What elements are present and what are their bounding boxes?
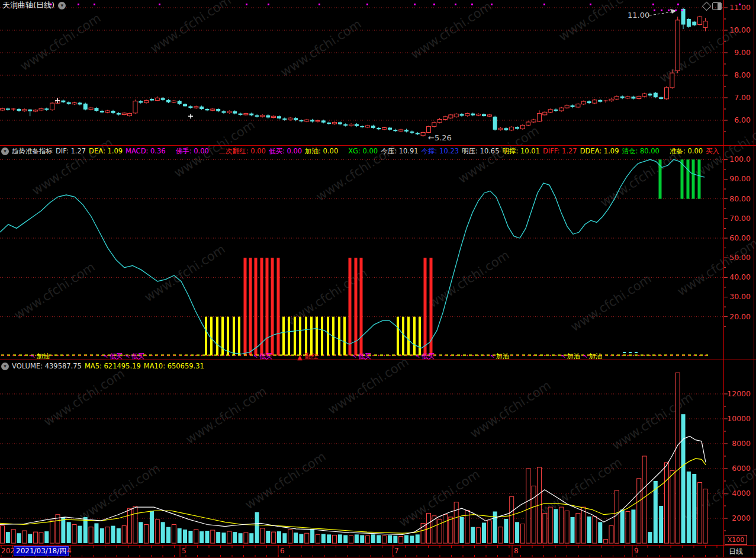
svg-text:9.00: 9.00	[734, 48, 751, 57]
svg-text:www.cfchi.com: www.cfchi.com	[598, 147, 684, 210]
svg-text:低买: 低买	[131, 352, 144, 360]
indicator-header-item: 准备: 0.00	[670, 147, 703, 156]
svg-text:50.00: 50.00	[729, 253, 751, 262]
svg-text:8000: 8000	[732, 439, 751, 448]
svg-text:↖: ↖	[253, 353, 258, 359]
svg-text:www.cfchi.com: www.cfchi.com	[556, 0, 642, 44]
indicator-header-item: 买入	[706, 147, 719, 156]
indicator-chart[interactable]: ↖加油↖低买↖低买↖低买▲翻红↖低买↖低买↖加油↖加油↖加油	[0, 159, 708, 361]
indicator-header-item: 佛手: 0.00	[176, 147, 209, 156]
selected-date-box: 2021/03/18/四	[14, 546, 69, 556]
svg-text:加油: 加油	[496, 352, 509, 360]
svg-text:11.00: 11.00	[729, 3, 751, 12]
svg-text:30.00: 30.00	[729, 292, 751, 301]
svg-text:60.00: 60.00	[729, 233, 751, 242]
window-title: 天润曲轴(日线)	[2, 0, 54, 11]
svg-text:11.00: 11.00	[628, 11, 649, 20]
indicator-header: ▾ 趋势准备指标DIF: 1.27DEA: 1.09MACD: 0.36佛手: …	[1, 146, 722, 156]
svg-text:翻红: 翻红	[305, 352, 318, 360]
month-label: 4	[67, 547, 72, 555]
svg-text:20.00: 20.00	[729, 312, 751, 321]
panel-layout-icon[interactable]	[712, 2, 722, 10]
svg-text:加油: 加油	[37, 352, 50, 360]
indicator-header-item: XG: 0.00	[348, 147, 378, 155]
indicator-header-item: MACD: 0.36	[126, 147, 166, 155]
svg-text:www.cfchi.com: www.cfchi.com	[278, 17, 364, 79]
svg-text:www.cfchi.com: www.cfchi.com	[142, 242, 228, 304]
volume-scale-label: X100	[725, 535, 747, 545]
svg-text:↖: ↖	[126, 353, 130, 359]
svg-text:低买: 低买	[110, 352, 123, 360]
svg-text:↖: ↖	[104, 353, 108, 359]
price-chart[interactable]: 11.00←5.26	[1, 4, 741, 142]
svg-text:10.00: 10.00	[729, 25, 751, 34]
svg-text:8.00: 8.00	[734, 70, 751, 79]
svg-text:www.cfchi.com: www.cfchi.com	[426, 248, 512, 310]
month-label: 7	[394, 547, 399, 555]
svg-text:www.cfchi.com: www.cfchi.com	[148, 0, 234, 56]
indicator-header-item: DEA: 1.09	[89, 147, 123, 155]
svg-text:www.cfchi.com: www.cfchi.com	[568, 271, 654, 334]
svg-text:70.00: 70.00	[729, 214, 751, 223]
svg-text:www.cfchi.com: www.cfchi.com	[12, 259, 98, 322]
month-label: 8	[514, 547, 519, 555]
month-label: 9	[634, 547, 639, 555]
indicator-header-item: 二次翻红: 0.00	[219, 147, 266, 156]
svg-text:6000: 6000	[732, 464, 751, 473]
svg-text:100.0: 100.0	[729, 155, 751, 163]
indicator-header-item: 明压: 10.65	[462, 147, 499, 156]
chevron-down-icon[interactable]: ▾	[58, 2, 66, 9]
svg-text:2000: 2000	[732, 514, 751, 522]
svg-text:4000: 4000	[732, 489, 751, 498]
svg-text:www.cfchi.com: www.cfchi.com	[243, 449, 329, 512]
svg-text:加油: 加油	[567, 352, 580, 360]
svg-text:80.00: 80.00	[729, 194, 751, 203]
svg-text:低买: 低买	[422, 352, 435, 360]
indicator-header-item: 今压: 10.91	[381, 147, 418, 156]
period-label: 日线	[729, 547, 743, 557]
indicator-header-item: 今撑: 10.23	[422, 147, 459, 156]
svg-text:↖: ↖	[490, 353, 495, 359]
svg-text:www.cfchi.com: www.cfchi.com	[675, 236, 756, 299]
month-label: 6	[280, 547, 285, 555]
svg-text:↖: ↖	[31, 353, 36, 359]
svg-text:7.00: 7.00	[734, 93, 751, 102]
svg-text:低买: 低买	[358, 352, 371, 360]
svg-text:www.cfchi.com: www.cfchi.com	[18, 11, 104, 73]
indicator-header-item: DIF: 1.27	[56, 147, 86, 155]
svg-text:www.cfchi.com: www.cfchi.com	[30, 135, 115, 198]
month-label: 5	[182, 547, 186, 555]
volume-header-item: MA10: 650659.31	[144, 362, 204, 370]
svg-text:10000: 10000	[727, 414, 751, 423]
volume-header-item: VOLUME: 439587.75	[12, 362, 82, 370]
app-window: www.cfchi.comwww.cfchi.comwww.cfchi.comw…	[0, 0, 756, 558]
svg-text:40.00: 40.00	[729, 272, 751, 281]
svg-text:www.cfchi.com: www.cfchi.com	[41, 366, 127, 429]
svg-text:↖: ↖	[416, 353, 420, 359]
indicator-header-item: DDEA: 1.09	[580, 147, 619, 155]
title-bar: 天润曲轴(日线) ▾	[2, 1, 66, 10]
svg-text:↖: ↖	[561, 353, 566, 359]
volume-header-item: MA5: 621495.19	[85, 362, 141, 370]
svg-text:90.00: 90.00	[729, 174, 751, 183]
svg-text:www.cfchi.com: www.cfchi.com	[468, 378, 554, 441]
chart-layer: www.cfchi.comwww.cfchi.comwww.cfchi.comw…	[0, 0, 756, 558]
volume-header: ▾ VOLUME: 439587.75MA5: 621495.19MA10: 6…	[1, 361, 722, 371]
svg-text:www.cfchi.com: www.cfchi.com	[184, 384, 269, 447]
svg-text:▲: ▲	[297, 354, 303, 361]
partial-year-label: 202	[1, 547, 15, 555]
indicator-header-item: 清仓: 80.00	[622, 147, 659, 156]
indicator-header-item: 加油: 0.00	[305, 147, 338, 156]
svg-text:12000: 12000	[727, 389, 751, 398]
svg-text:加油: 加油	[589, 352, 602, 360]
svg-text:↖: ↖	[583, 353, 588, 359]
indicator-header-item: 低买: 0.00	[269, 147, 302, 156]
indicator-header-item: 趋势准备指标	[12, 147, 53, 156]
svg-text:6.00: 6.00	[734, 116, 751, 124]
svg-text:←5.26: ←5.26	[428, 133, 452, 142]
indicator-header-item: DIFF: 1.27	[543, 147, 577, 155]
chevron-down-icon[interactable]: ▾	[1, 363, 9, 370]
chevron-down-icon[interactable]: ▾	[1, 147, 9, 155]
indicator-header-item: 明撑: 10.01	[503, 147, 540, 156]
date-axis[interactable]: 202 2021/03/18/四 日线 456789	[0, 546, 756, 557]
